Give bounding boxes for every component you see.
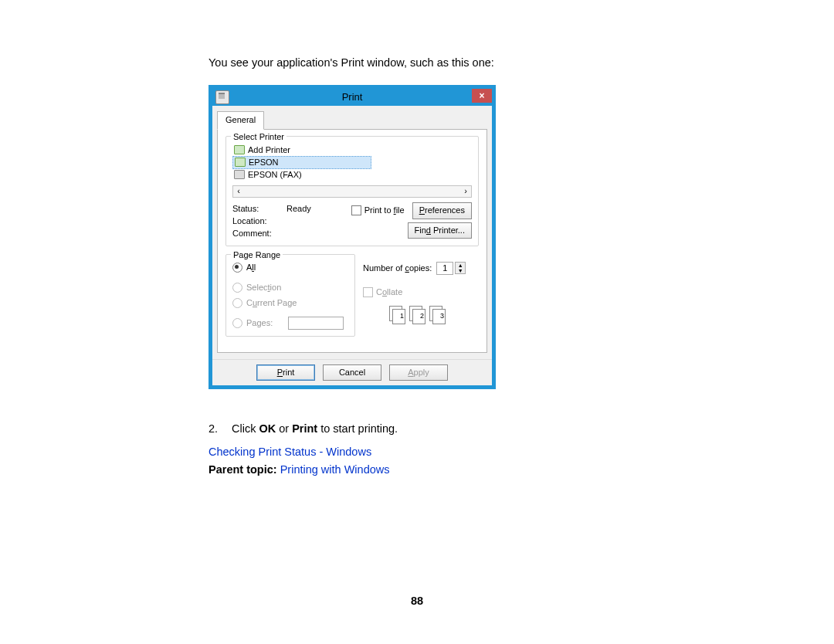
- step-2: 2. Click OK or Print to start printing.: [208, 420, 626, 437]
- copies-stepper[interactable]: 1 ▲ ▼: [436, 262, 466, 275]
- collate-illustration-icon: 11 22 33: [389, 306, 479, 323]
- printer-item-add[interactable]: Add Printer: [232, 144, 472, 156]
- radio-selection: Selection: [232, 281, 281, 294]
- collate-checkbox: Collate: [363, 286, 402, 299]
- select-printer-label: Select Printer: [231, 130, 286, 144]
- select-printer-group: Select Printer Add Printer EPSON EPSO: [225, 136, 479, 246]
- print-dialog: Print × General Select Printer Add Print…: [208, 85, 496, 388]
- checkbox-icon: [363, 287, 373, 297]
- radio-all[interactable]: All: [232, 261, 256, 274]
- radio-pages: Pages:: [232, 317, 273, 330]
- spin-down-icon[interactable]: ▼: [456, 268, 465, 273]
- radio-icon: [232, 318, 242, 328]
- spin-up-icon[interactable]: ▲: [456, 263, 465, 268]
- tabstrip: General: [217, 110, 487, 129]
- radio-icon: [232, 298, 242, 308]
- print-button[interactable]: Print: [256, 364, 315, 381]
- titlebar: Print ×: [212, 89, 492, 106]
- printer-item-label: EPSON (FAX): [248, 168, 302, 181]
- step-text: Click OK or Print to start printing.: [232, 420, 398, 437]
- page-range-label: Page Range: [231, 249, 283, 262]
- print-to-file-checkbox[interactable]: Print to file: [351, 204, 405, 217]
- printer-status: Status:Ready Location: Comment:: [232, 202, 311, 239]
- printer-list-scrollbar[interactable]: ‹ ›: [232, 185, 472, 198]
- printer-item-label: EPSON: [249, 156, 279, 169]
- dialog-title: Print: [342, 90, 363, 105]
- pages-input[interactable]: [288, 317, 344, 330]
- printer-fax-icon: [234, 170, 245, 179]
- link-parent-topic[interactable]: Printing with Windows: [280, 463, 390, 476]
- copies-label: Number of copies:: [363, 262, 432, 275]
- copies-value[interactable]: 1: [436, 262, 453, 275]
- radio-icon: [232, 283, 242, 293]
- radio-current-page: Current Page: [232, 297, 297, 310]
- scroll-left-icon[interactable]: ‹: [233, 185, 244, 198]
- printer-icon: [235, 158, 246, 167]
- link-checking-print-status[interactable]: Checking Print Status - Windows: [208, 446, 371, 458]
- printer-app-icon: [215, 90, 229, 104]
- radio-icon: [232, 263, 242, 273]
- printer-add-icon: [234, 145, 245, 154]
- printer-item-epson-fax[interactable]: EPSON (FAX): [232, 169, 472, 181]
- printer-item-epson[interactable]: EPSON: [232, 156, 371, 169]
- step-number: 2.: [208, 420, 232, 437]
- printer-item-label: Add Printer: [248, 144, 290, 157]
- page-number: 88: [0, 595, 834, 607]
- page-range-group: Page Range All Selection: [225, 254, 355, 337]
- preferences-button[interactable]: Preferences: [412, 202, 472, 219]
- cancel-button[interactable]: Cancel: [323, 364, 381, 381]
- printer-list[interactable]: Add Printer EPSON EPSON (FAX): [232, 144, 472, 181]
- close-button[interactable]: ×: [472, 89, 492, 103]
- scroll-right-icon[interactable]: ›: [460, 185, 471, 198]
- tab-general[interactable]: General: [217, 111, 264, 129]
- intro-text: You see your application's Print window,…: [208, 54, 626, 71]
- apply-button: Apply: [389, 364, 448, 381]
- checkbox-icon: [351, 205, 361, 215]
- parent-topic-label: Parent topic:: [208, 463, 277, 476]
- find-printer-button[interactable]: Find Printer...: [408, 222, 472, 239]
